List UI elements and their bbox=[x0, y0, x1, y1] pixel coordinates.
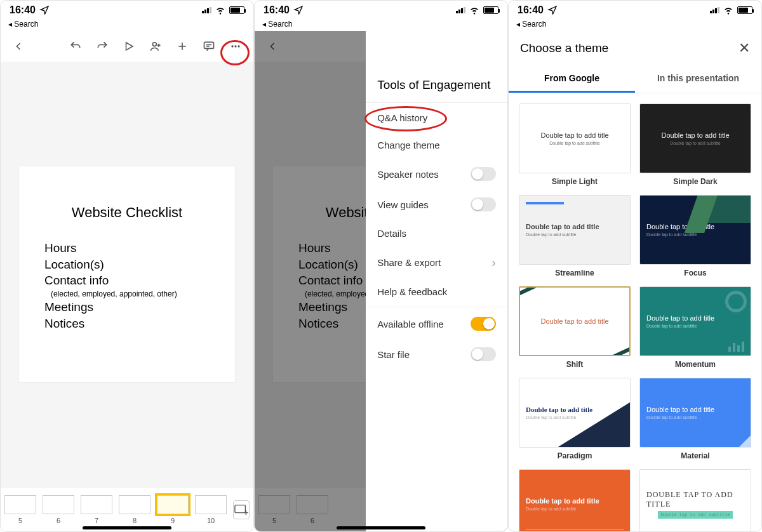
tab-from-google[interactable]: From Google bbox=[509, 65, 635, 93]
wifi-icon bbox=[469, 5, 479, 15]
thumb-7[interactable]: 7 bbox=[81, 495, 112, 524]
bullet-locations: Location(s) bbox=[44, 256, 210, 273]
theme-momentum[interactable]: Double tap to add titleDouble tap to add… bbox=[639, 286, 751, 369]
toggle-speaker-notes[interactable] bbox=[471, 167, 496, 181]
screen-choose-theme: 16:40 ◂ Search Choose a theme ✕ From Goo… bbox=[508, 0, 762, 532]
battery-icon bbox=[737, 6, 752, 14]
theme-tabs: From Google In this presentation bbox=[509, 65, 761, 93]
theme-swiss[interactable]: Double tap to add titleDouble tap to add… bbox=[519, 469, 631, 531]
theme-simple-light[interactable]: Double tap to add titleDouble tap to add… bbox=[519, 103, 631, 186]
menu-share-export[interactable]: Share & export bbox=[366, 247, 507, 278]
add-button[interactable] bbox=[171, 35, 194, 58]
theme-shift[interactable]: Double tap to add title Shift bbox=[519, 286, 631, 369]
theme-beach-day[interactable]: Double tap to add titleDouble tap to add… bbox=[639, 469, 751, 531]
bullet-meetings: Meetings bbox=[44, 299, 210, 316]
annotation-circle-change-theme bbox=[364, 106, 447, 131]
status-time: 16:40 bbox=[10, 4, 36, 16]
bullet-contact: Contact info bbox=[44, 272, 210, 289]
menu-help-feedback[interactable]: Help & feedback bbox=[366, 278, 507, 305]
location-icon bbox=[39, 5, 50, 15]
home-indicator[interactable] bbox=[83, 526, 171, 529]
menu-star-file[interactable]: Star file bbox=[366, 339, 507, 369]
svg-point-5 bbox=[237, 45, 239, 47]
wifi-icon bbox=[723, 5, 733, 15]
toggle-star-file[interactable] bbox=[471, 347, 496, 361]
cell-signal-icon bbox=[710, 7, 719, 13]
toggle-available-offline[interactable] bbox=[471, 317, 496, 331]
thumbnail-strip[interactable]: 5 6 7 8 9 10 bbox=[1, 487, 253, 531]
share-person-button[interactable] bbox=[144, 35, 167, 58]
chevron-right-icon bbox=[491, 255, 496, 270]
thumb-5[interactable]: 5 bbox=[4, 495, 36, 524]
theme-focus[interactable]: Double tap to add titleDouble tap to add… bbox=[639, 195, 751, 277]
tab-in-presentation[interactable]: In this presentation bbox=[635, 65, 761, 93]
menu-details[interactable]: Details bbox=[366, 220, 507, 247]
bullet-contact-sub: (elected, employed, appointed, other) bbox=[51, 289, 210, 299]
overflow-menu-button[interactable] bbox=[224, 35, 247, 58]
svg-point-3 bbox=[231, 45, 233, 47]
status-bar: 16:40 bbox=[255, 1, 507, 20]
toggle-view-guides[interactable] bbox=[471, 197, 496, 211]
cell-signal-icon bbox=[202, 7, 211, 13]
slide-canvas[interactable]: Website Checklist Hours Location(s) Cont… bbox=[1, 62, 253, 487]
theme-picker-title: Choose a theme bbox=[520, 41, 608, 55]
status-bar: 16:40 bbox=[1, 1, 253, 20]
theme-streamline[interactable]: Double tap to add titleDouble tap to add… bbox=[519, 195, 631, 277]
home-indicator[interactable] bbox=[337, 526, 425, 529]
svg-rect-2 bbox=[204, 42, 214, 48]
menu-available-offline[interactable]: Available offline bbox=[366, 309, 507, 339]
location-icon bbox=[293, 5, 304, 15]
svg-point-1 bbox=[152, 42, 156, 46]
cell-signal-icon bbox=[456, 7, 465, 13]
close-button[interactable]: ✕ bbox=[739, 40, 750, 57]
thumb-10[interactable]: 10 bbox=[195, 495, 227, 524]
wifi-icon bbox=[215, 5, 225, 15]
menu-speaker-notes[interactable]: Speaker notes bbox=[366, 159, 507, 189]
status-time: 16:40 bbox=[264, 4, 290, 16]
back-to-search[interactable]: ◂ Search bbox=[509, 20, 761, 31]
back-to-search[interactable]: ◂ Search bbox=[255, 20, 507, 31]
battery-icon bbox=[229, 6, 244, 14]
theme-paradigm[interactable]: Double tap to add titleDouble tap to add… bbox=[519, 378, 631, 460]
theme-picker-header: Choose a theme ✕ bbox=[509, 31, 761, 65]
comment-button[interactable] bbox=[197, 35, 220, 58]
back-to-search[interactable]: ◂ Search bbox=[1, 20, 253, 31]
svg-point-4 bbox=[234, 45, 236, 47]
thumb-8[interactable]: 8 bbox=[119, 495, 150, 524]
new-slide-button[interactable] bbox=[233, 500, 250, 519]
thumb-6[interactable]: 6 bbox=[43, 495, 74, 524]
menu-view-guides[interactable]: View guides bbox=[366, 189, 507, 220]
theme-grid[interactable]: Double tap to add titleDouble tap to add… bbox=[509, 93, 761, 531]
theme-simple-dark[interactable]: Double tap to add titleDouble tap to add… bbox=[639, 103, 751, 186]
screen-overflow-menu: 16:40 ◂ Search Website Checklist bbox=[254, 0, 508, 532]
bullet-hours: Hours bbox=[44, 240, 210, 256]
slide-title: Website Checklist bbox=[44, 204, 210, 221]
thumb-9-active[interactable]: 9 bbox=[157, 495, 189, 524]
present-button[interactable] bbox=[117, 35, 140, 58]
status-time: 16:40 bbox=[518, 4, 544, 16]
back-button[interactable] bbox=[7, 35, 30, 58]
svg-rect-6 bbox=[235, 505, 246, 512]
theme-material[interactable]: Double tap to add titleDouble tap to add… bbox=[639, 378, 751, 460]
editor-toolbar bbox=[1, 31, 253, 62]
undo-button[interactable] bbox=[64, 35, 87, 58]
status-bar: 16:40 bbox=[509, 1, 761, 20]
overflow-sheet: Tools of Engagement Q&A history Change t… bbox=[366, 31, 507, 531]
slide-content: Website Checklist Hours Location(s) Cont… bbox=[19, 166, 235, 382]
screen-editor: 16:40 ◂ Search bbox=[0, 0, 254, 532]
redo-button[interactable] bbox=[91, 35, 114, 58]
battery-icon bbox=[483, 6, 498, 14]
bullet-notices: Notices bbox=[44, 316, 210, 332]
svg-marker-0 bbox=[126, 43, 133, 50]
sheet-title: Tools of Engagement bbox=[366, 69, 507, 101]
location-icon bbox=[547, 5, 558, 15]
menu-change-theme[interactable]: Change theme bbox=[366, 131, 507, 159]
